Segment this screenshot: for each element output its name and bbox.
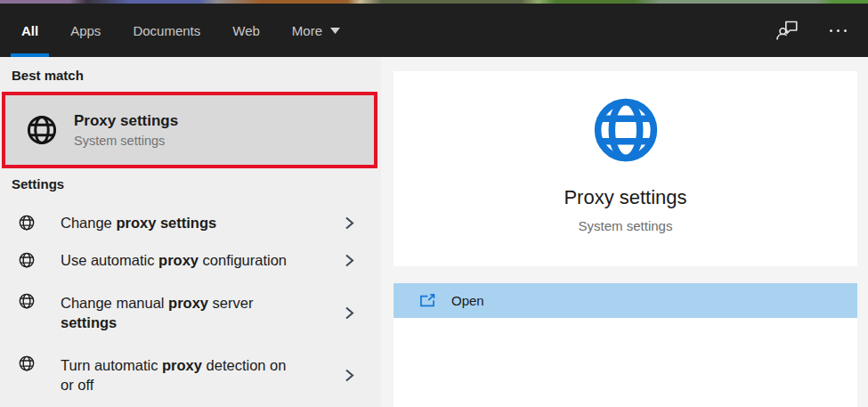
preview-subtitle: System settings <box>579 218 673 233</box>
actions-card: Open <box>393 283 857 407</box>
open-label: Open <box>451 293 484 308</box>
user-feedback-icon[interactable] <box>776 19 799 42</box>
chevron-right-icon <box>343 253 356 268</box>
best-match-item[interactable]: Proxy settings System settings <box>5 95 374 165</box>
settings-item-label: Change proxy settings <box>61 213 216 232</box>
tab-all[interactable]: All <box>11 4 49 57</box>
search-filter-bar: All Apps Documents Web More <box>0 4 868 57</box>
settings-item-label: Use automatic proxy configuration <box>61 250 287 270</box>
best-match-subtitle: System settings <box>74 134 178 148</box>
tab-more[interactable]: More <box>281 4 351 57</box>
settings-item-change-proxy-settings[interactable]: Change proxy settings <box>0 205 381 240</box>
chevron-right-icon <box>343 305 356 321</box>
globe-icon <box>18 214 36 232</box>
globe-icon <box>18 292 36 310</box>
settings-item-label: Change manual proxy serversettings <box>61 293 253 332</box>
chevron-right-icon <box>343 368 356 383</box>
best-match-title: Proxy settings <box>74 112 178 130</box>
preview-card: Proxy settings System settings <box>393 71 857 266</box>
globe-icon <box>25 113 59 147</box>
settings-header: Settings <box>12 176 64 191</box>
preview-title: Proxy settings <box>564 186 686 209</box>
more-options-icon[interactable] <box>830 29 847 32</box>
globe-icon <box>18 251 36 269</box>
chevron-right-icon <box>343 216 356 231</box>
tab-web[interactable]: Web <box>222 4 271 57</box>
preview-panel: Proxy settings System settings Open <box>381 57 868 407</box>
globe-icon <box>18 354 36 372</box>
results-panel: Best match Proxy settings System setting… <box>0 57 381 407</box>
annotation-rectangle: Proxy settings System settings <box>2 92 377 168</box>
globe-icon <box>589 94 662 167</box>
settings-item-manual-proxy-server[interactable]: Change manual proxy serversettings <box>0 285 381 340</box>
settings-item-label: Turn automatic proxy detection onor off <box>61 355 286 395</box>
tab-apps[interactable]: Apps <box>60 4 111 57</box>
open-external-icon <box>418 292 436 310</box>
filter-tabs: All Apps Documents Web More <box>11 4 351 57</box>
best-match-header: Best match <box>12 68 84 83</box>
settings-item-automatic-proxy-configuration[interactable]: Use automatic proxy configuration <box>0 242 381 278</box>
settings-item-automatic-proxy-detection[interactable]: Turn automatic proxy detection onor off <box>0 347 381 403</box>
tab-documents[interactable]: Documents <box>122 4 211 57</box>
chevron-down-icon <box>330 28 340 34</box>
open-action-row[interactable]: Open <box>393 283 857 318</box>
tab-more-label: More <box>292 23 322 38</box>
